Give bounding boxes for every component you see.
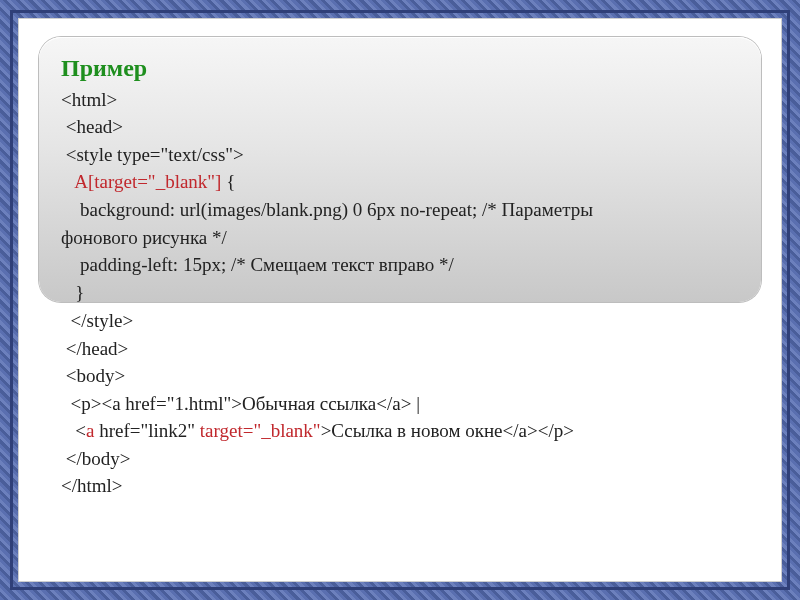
code-line: </body> <box>61 448 130 469</box>
code-line: <p><a href="1.html">Обычная ссылка</a> | <box>61 393 425 414</box>
code-line: href="link2" <box>94 420 199 441</box>
code-line: { <box>221 171 235 192</box>
slide-page: Пример <html> <head> <style type="text/c… <box>18 18 782 582</box>
code-line: фонового рисунка */ <box>61 227 227 248</box>
css-selector: A[target="_blank"] <box>61 171 221 192</box>
html-attr: target="_blank" <box>200 420 321 441</box>
code-line: </html> <box>61 475 123 496</box>
slide-frame: Пример <html> <head> <style type="text/c… <box>0 0 800 600</box>
code-line: <head> <box>61 116 123 137</box>
code-line: </head> <box>61 338 128 359</box>
code-block-upper: Пример <html> <head> <style type="text/c… <box>61 51 739 302</box>
code-line: <style type="text/css"> <box>61 144 244 165</box>
code-block-lower: </style> </head> <body> <p><a href="1.ht… <box>61 307 739 500</box>
code-line: } <box>61 282 84 302</box>
code-line: <html> <box>61 89 117 110</box>
code-line: < <box>61 420 86 441</box>
code-line: background: url(images/blank.png) 0 6px … <box>61 199 593 220</box>
code-line: >Ссылка в новом окне</a></p> <box>321 420 574 441</box>
code-line: <body> <box>61 365 125 386</box>
example-title: Пример <box>61 55 147 81</box>
example-card: Пример <html> <head> <style type="text/c… <box>39 37 761 302</box>
code-line: padding-left: 15px; /* Смещаем текст впр… <box>61 254 454 275</box>
code-line: </style> <box>61 310 133 331</box>
